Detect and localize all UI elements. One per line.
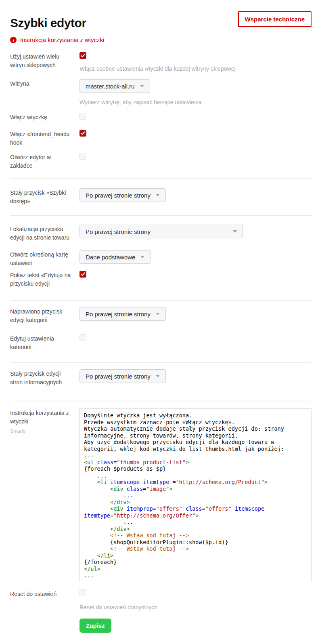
instructions-link[interactable]: Instrukcja korzystania z wtyczki — [20, 36, 104, 43]
code-line: itemtype="http://schema.org/Offer"> — [84, 512, 307, 519]
field-label: Pokaż tekst «Edytuj» na przycisku edycji — [10, 271, 79, 288]
section-divider — [10, 300, 312, 301]
select-value: Po prawej stronie strony — [86, 373, 151, 380]
storefront-select[interactable]: master.stock-all.ru — [79, 79, 150, 93]
field-hint: Wybierz witrynę, aby zapisać bieżące ust… — [79, 98, 312, 106]
field-hint: Reset do ustawień domyślnych — [79, 603, 312, 611]
chevron-down-icon — [140, 85, 144, 87]
form-row-reset: Reset do ustawień Reset do ustawień domy… — [10, 589, 312, 611]
code-line: </li> — [84, 552, 307, 559]
code-line: <li itemscope itemtype ="http://schema.o… — [84, 479, 307, 486]
edit-button-location-select[interactable]: Po prawej stronie strony — [79, 225, 243, 238]
chevron-down-icon — [140, 256, 144, 258]
select-value: Po prawej stronie strony — [86, 192, 151, 199]
field-hint: Włącz osobne ustawienia wtyczki dla każd… — [79, 65, 312, 73]
code-line: <div itemprop="offers" class="offers" it… — [84, 505, 307, 512]
code-line: informacyjne, strony towarów, strony kat… — [84, 432, 307, 439]
form-row-category-edit-button: Naprawiono przycisk edycji kategorii Po … — [10, 307, 312, 324]
checkbox-open-editor-in-tab[interactable] — [79, 153, 86, 160]
save-button[interactable]: Zapisz — [79, 619, 111, 633]
form-row-info-pages-edit-button: Stały przycisk edycji stron informacyjny… — [10, 369, 312, 387]
page-title: Szybki edytor — [10, 16, 86, 30]
form-row-enable-plugin: Włącz wtyczkę — [10, 113, 312, 122]
checkbox-multistore[interactable] — [79, 52, 86, 59]
checkbox-edit-category-settings[interactable] — [79, 334, 86, 341]
form-row-show-edit-text: Pokaż tekst «Edytuj» na przycisku edycji — [10, 271, 312, 288]
field-label: Edytuj ustawienia kategorii — [10, 334, 79, 349]
checkbox-enable-plugin[interactable] — [79, 113, 86, 120]
code-line: <!-- Wstaw kod tutaj --> — [84, 532, 307, 539]
check-icon — [81, 53, 85, 58]
form-row-settings-tab: Otwórz określoną kartę ustawień Dane pod… — [10, 250, 312, 267]
code-line: Przede wszystkim zaznacz pole «Włącz wty… — [84, 419, 307, 426]
code-line: </ul> — [84, 566, 307, 572]
code-line: kategorii, wklej kod wtyczki do list-thu… — [84, 446, 307, 452]
code-line: <ul class="thumbs product-list"> — [84, 459, 307, 466]
field-label: Witryna — [10, 79, 79, 88]
code-line: Aby użyć dodatkowego przycisku edycji dl… — [84, 439, 307, 446]
field-label: Otwórz określoną kartę ustawień — [10, 250, 79, 267]
chevron-down-icon — [156, 375, 160, 377]
form-row-storefront: Witryna master.stock-all.ru Wybierz witr… — [10, 79, 312, 106]
checkbox-frontend-head-hook[interactable] — [79, 130, 86, 137]
section-divider — [10, 178, 312, 179]
form-row-quick-access-button: Stały przycisk «Szybki dostęp» Po prawej… — [10, 188, 312, 206]
checkbox-reset[interactable] — [79, 589, 86, 596]
form-row-frontend-head-hook: Włącz «frontend_head» hook — [10, 130, 312, 147]
code-line: <div class="image"> — [84, 486, 307, 492]
field-label: Lokalizacja przycisku edycji na stronie … — [10, 225, 79, 242]
form-row-instructions: Instrukcja korzystania z wtyczki Smarty … — [10, 408, 312, 582]
code-line: Wtyczka automatycznie dodaje stały przyc… — [84, 425, 307, 432]
chevron-down-icon — [233, 230, 237, 233]
field-label: Użyj ustawień wielu witryn sklepowych — [10, 52, 79, 69]
code-line: </div> — [84, 526, 307, 532]
field-label: Włącz «frontend_head» hook — [10, 130, 79, 147]
code-line: ... — [84, 472, 307, 479]
section-divider — [10, 215, 312, 216]
code-line: ... — [84, 519, 307, 526]
chevron-down-icon — [156, 194, 160, 196]
checkbox-show-edit-text[interactable] — [79, 271, 86, 278]
field-label: Stały przycisk «Szybki dostęp» — [10, 188, 79, 206]
info-pages-edit-button-select[interactable]: Po prawej stronie strony — [79, 369, 166, 383]
quick-access-select[interactable]: Po prawej stronie strony — [79, 188, 166, 202]
code-line: {/foreach} — [84, 559, 307, 566]
info-icon: i — [10, 37, 17, 43]
instructions-row: i Instrukcja korzystania z wtyczki — [10, 36, 312, 43]
select-value: master.stock-all.ru — [86, 83, 135, 90]
field-label: Włącz wtyczkę — [10, 113, 79, 122]
settings-tab-select[interactable]: Dane podstawowe — [79, 250, 151, 264]
field-label: Otwórz edytor w zakładce — [10, 153, 79, 170]
code-line: ... — [84, 572, 307, 579]
field-label: Naprawiono przycisk edycji kategorii — [10, 307, 79, 324]
field-label: Instrukcja korzystania z wtyczki Smarty — [10, 408, 79, 436]
check-icon — [81, 272, 85, 276]
form-row-open-editor-in-tab: Otwórz edytor w zakładce — [10, 153, 312, 170]
form-row-edit-category-settings: Edytuj ustawienia kategorii — [10, 334, 312, 349]
field-label-text: Instrukcja korzystania z wtyczki — [10, 409, 75, 426]
code-line: ... — [84, 452, 307, 459]
field-sublabel: Smarty — [10, 427, 75, 436]
form-row-edit-button-location: Lokalizacja przycisku edycji na stronie … — [10, 225, 312, 242]
page-header: Szybki edytor Wsparcie techniczne — [10, 11, 312, 30]
section-divider — [10, 362, 312, 363]
settings-form: Użyj ustawień wielu witryn sklepowych Wł… — [10, 52, 312, 633]
code-line: ... — [84, 492, 307, 499]
category-edit-button-select[interactable]: Po prawej stronie strony — [79, 307, 166, 321]
field-label: Reset do ustawień — [10, 589, 79, 598]
code-line: Domyślnie wtyczka jest wyłączona. — [84, 412, 307, 419]
select-value: Po prawej stronie strony — [86, 228, 151, 235]
select-value: Po prawej stronie strony — [86, 311, 151, 318]
code-line: {foreach $products as $p} — [84, 465, 307, 472]
code-line: <!-- Wstaw kod tutaj --> — [84, 545, 307, 552]
check-icon — [81, 131, 85, 135]
section-divider — [10, 400, 312, 400]
form-row-multistore: Użyj ustawień wielu witryn sklepowych Wł… — [10, 52, 312, 73]
code-editor[interactable]: Domyślnie wtyczka jest wyłączona.Przede … — [79, 408, 312, 582]
support-button[interactable]: Wsparcie techniczne — [238, 11, 312, 27]
field-label: Stały przycisk edycji stron informacyjny… — [10, 369, 79, 387]
select-value: Dane podstawowe — [86, 254, 135, 261]
code-line: </div> — [84, 499, 307, 506]
code-line: {shopQuickeditorPlugin::show($p.id)} — [84, 539, 307, 546]
plugin-settings-page: Szybki edytor Wsparcie techniczne i Inst… — [0, 0, 322, 633]
